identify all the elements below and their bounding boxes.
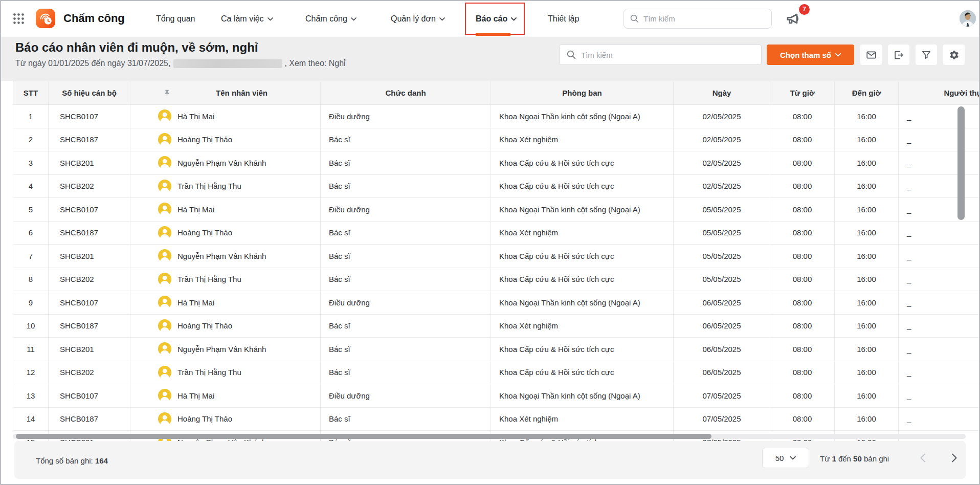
cell-stt: 5: [13, 198, 49, 222]
cell-chuc-danh: Bác sĩ: [321, 408, 491, 431]
cell-chuc-danh: Bác sĩ: [321, 151, 491, 175]
employee-avatar-icon: [158, 226, 171, 239]
cell-tu-gio: 08:00: [770, 291, 835, 315]
cell-so-hieu: SHCB201: [49, 245, 130, 268]
cell-ngay: 05/05/2025: [674, 222, 770, 245]
col-header-nguoi-thuc-hien[interactable]: Người thực hiện: [899, 81, 980, 105]
table-row[interactable]: 8 SHCB202 Trần Thị Hằng Thu Bác sĩ Khoa …: [13, 268, 980, 292]
filter-button[interactable]: [916, 45, 937, 65]
cell-chuc-danh: Điều dưỡng: [321, 384, 491, 408]
cell-nguoi-thuc-hien: _: [899, 361, 980, 385]
app-logo-icon[interactable]: [36, 9, 55, 28]
export-icon: [894, 50, 904, 60]
cell-chuc-danh: Bác sĩ: [321, 222, 491, 245]
cell-stt: 8: [13, 268, 49, 292]
cell-stt: 7: [13, 245, 49, 268]
table-row[interactable]: 6 SHCB0187 Hoàng Thị Thảo Bác sĩ Khoa Xé…: [13, 222, 980, 245]
cell-so-hieu: SHCB201: [49, 338, 130, 361]
cell-chuc-danh: Điều dưỡng: [321, 105, 491, 128]
cell-stt: 9: [13, 291, 49, 315]
table-row[interactable]: 12 SHCB202 Trần Thị Hằng Thu Bác sĩ Khoa…: [13, 361, 980, 385]
horizontal-scrollbar[interactable]: [16, 434, 711, 439]
table-row[interactable]: 5 SHCB0107 Hà Thị Mai Điều dưỡng Khoa Ng…: [13, 198, 980, 222]
table-row[interactable]: 7 SHCB201 Nguyễn Phạm Vân Khánh Bác sĩ K…: [13, 245, 980, 268]
cell-nguoi-thuc-hien: _: [899, 222, 980, 245]
cell-stt: 2: [13, 128, 49, 152]
cell-stt: 12: [13, 361, 49, 385]
nav-item-ca-lam-viec[interactable]: Ca làm việc: [221, 1, 273, 36]
nav-item-thiet-lap[interactable]: Thiết lập: [548, 1, 579, 36]
cell-ten-nhan-vien: Nguyễn Phạm Vân Khánh: [130, 151, 321, 175]
cell-chuc-danh: Bác sĩ: [321, 175, 491, 199]
search-icon: [567, 50, 576, 59]
user-avatar[interactable]: [960, 10, 976, 27]
record-range: Từ 1 đến 50 bản ghi: [820, 454, 889, 463]
cell-stt: 4: [13, 175, 49, 199]
cell-chuc-danh: Bác sĩ: [321, 128, 491, 152]
redacted-text: [173, 59, 282, 68]
pin-icon: [163, 89, 171, 97]
table-row[interactable]: 2 SHCB0187 Hoàng Thị Thảo Bác sĩ Khoa Xé…: [13, 128, 980, 152]
col-header-den-gio[interactable]: Đến giờ: [835, 81, 899, 105]
cell-stt: 14: [13, 408, 49, 431]
col-header-phong-ban[interactable]: Phòng ban: [491, 81, 674, 105]
table-row[interactable]: 4 SHCB202 Trần Thị Hằng Thu Bác sĩ Khoa …: [13, 175, 980, 199]
col-header-chuc-danh[interactable]: Chức danh: [321, 81, 491, 105]
global-search-input[interactable]: Tìm kiếm: [623, 9, 772, 29]
cell-phong-ban: Khoa Ngoại Thần kinh cột sống (Ngoại A): [491, 105, 674, 128]
cell-phong-ban: Khoa Cấp cứu & Hồi sức tích cực: [491, 361, 674, 385]
table-search-input[interactable]: Tìm kiếm: [559, 45, 762, 65]
nav-item-tong-quan[interactable]: Tổng quan: [156, 1, 195, 36]
cell-phong-ban: Khoa Cấp cứu & Hồi sức tích cực: [491, 338, 674, 361]
cell-tu-gio: 08:00: [770, 245, 835, 268]
cell-so-hieu: SHCB0187: [49, 408, 130, 431]
settings-button[interactable]: [943, 45, 965, 65]
table-row[interactable]: 9 SHCB0107 Hà Thị Mai Điều dưỡng Khoa Ng…: [13, 291, 980, 315]
cell-stt: 1: [13, 105, 49, 128]
col-header-so-hieu[interactable]: Số hiệu cán bộ: [49, 81, 130, 105]
cell-phong-ban: Khoa Cấp cứu & Hồi sức tích cực: [491, 151, 674, 175]
cell-tu-gio: 08:00: [770, 198, 835, 222]
nav-item-quan-ly-don[interactable]: Quản lý đơn: [391, 1, 445, 36]
table-row[interactable]: 10 SHCB0187 Hoàng Thị Thảo Bác sĩ Khoa X…: [13, 315, 980, 338]
app-launcher-icon[interactable]: [13, 13, 24, 24]
cell-den-gio: 16:00: [835, 105, 899, 128]
employee-avatar-icon: [158, 203, 171, 216]
nav-item-cham-cong[interactable]: Chấm công: [305, 1, 357, 36]
cell-nguoi-thuc-hien: _: [899, 128, 980, 152]
cell-nguoi-thuc-hien: _: [899, 315, 980, 338]
gear-icon: [949, 50, 960, 60]
col-header-tu-gio[interactable]: Từ giờ: [770, 81, 835, 105]
page-size-select[interactable]: 50: [762, 448, 809, 468]
cell-phong-ban: Khoa Xét nghiệm: [491, 128, 674, 152]
cell-ngay: 02/05/2025: [674, 105, 770, 128]
annotation-highlight-box: [465, 3, 525, 35]
next-page-icon[interactable]: [948, 452, 960, 464]
choose-parameters-button[interactable]: Chọn tham số: [767, 45, 854, 65]
previous-page-icon[interactable]: [918, 452, 929, 464]
page-title: Báo cáo nhân viên đi muộn, về sớm, nghỉ: [15, 40, 258, 55]
export-button[interactable]: [888, 45, 909, 65]
col-header-ngay[interactable]: Ngày: [674, 81, 770, 105]
cell-ten-nhan-vien: Nguyễn Phạm Vân Khánh: [130, 245, 321, 268]
cell-ten-nhan-vien: Nguyễn Phạm Vân Khánh: [130, 338, 321, 361]
cell-ten-nhan-vien: Trần Thị Hằng Thu: [130, 175, 321, 199]
cell-den-gio: 16:00: [835, 338, 899, 361]
col-header-ten-nhan-vien[interactable]: Tên nhân viên: [130, 81, 321, 105]
cell-so-hieu: SHCB202: [49, 268, 130, 292]
cell-ten-nhan-vien: Hoàng Thị Thảo: [130, 128, 321, 152]
cell-so-hieu: SHCB0107: [49, 291, 130, 315]
table-row[interactable]: 3 SHCB201 Nguyễn Phạm Vân Khánh Bác sĩ K…: [13, 151, 980, 175]
table-row[interactable]: 1 SHCB0107 Hà Thị Mai Điều dưỡng Khoa Ng…: [13, 105, 980, 128]
cell-ngay: 07/05/2025: [674, 408, 770, 431]
vertical-scrollbar[interactable]: [957, 106, 965, 220]
cell-ngay: 06/05/2025: [674, 291, 770, 315]
col-header-stt[interactable]: STT: [13, 81, 49, 105]
mail-icon: [866, 50, 877, 60]
email-button[interactable]: [860, 45, 882, 65]
table-row[interactable]: 13 SHCB0107 Hà Thị Mai Điều dưỡng Khoa N…: [13, 384, 980, 408]
table-row[interactable]: 11 SHCB201 Nguyễn Phạm Vân Khánh Bác sĩ …: [13, 338, 980, 361]
cell-stt: 10: [13, 315, 49, 338]
table-row[interactable]: 14 SHCB0187 Hoàng Thị Thảo Bác sĩ Khoa X…: [13, 408, 980, 431]
page-header: Báo cáo nhân viên đi muộn, về sớm, nghỉ …: [1, 37, 979, 81]
